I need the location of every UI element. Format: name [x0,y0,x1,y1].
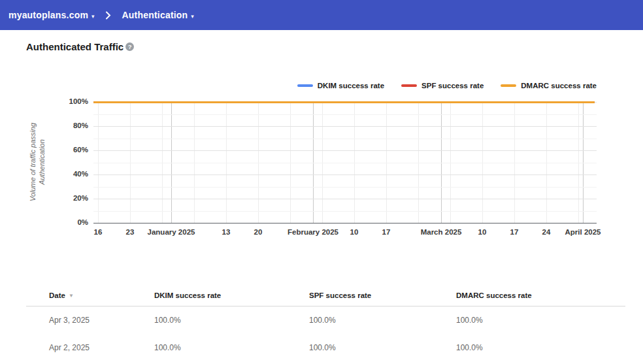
x-axis-tick-label: 24 [542,228,551,236]
x-axis-tick-label: January 2025 [148,228,195,236]
caret-down-icon: ▾ [191,13,194,20]
page-title-row: Authenticated Traffic ? [26,41,134,52]
column-header-label: DKIM success rate [154,291,221,299]
column-header-spf[interactable]: SPF success rate [309,291,456,299]
table-row: Apr 3, 2025100.0%100.0%100.0% [26,306,625,334]
x-axis-tick-label: 16 [94,228,103,236]
x-axis-tick-label: 13 [222,228,231,236]
column-header-date[interactable]: Date ▼ [49,291,154,299]
minor-gridline [93,163,597,163]
major-gridline [93,150,597,151]
x-axis-tick-label: 17 [510,228,519,236]
page-selector-label: Authentication [122,10,188,20]
legend-line-swatch-icon [501,84,516,87]
cell-spf-rate: 100.0% [309,316,456,325]
major-gridline [93,174,597,175]
x-axis-tick-label: April 2025 [565,228,601,236]
x-axis-tick-label: 23 [126,228,135,236]
y-axis-tick-label: 20% [73,194,88,202]
column-header-label: Date [49,291,65,299]
minor-gridline [93,211,597,212]
cell-dkim-rate: 100.0% [154,316,309,325]
legend-item: DMARC success rate [501,82,597,90]
legend-item: DKIM success rate [297,82,384,90]
y-axis-labels: 0%20%40%60%80%100% [59,102,88,223]
x-axis-labels: 1623January 20251320February 20251017Mar… [93,228,603,237]
legend-label: SPF success rate [421,82,484,90]
app-header: myautoplans.com ▾ Authentication ▾ [0,0,643,30]
page-selector[interactable]: Authentication ▾ [122,10,194,20]
column-header-dmarc[interactable]: DMARC success rate [456,291,625,299]
cell-date: Apr 2, 2025 [49,343,154,352]
minor-gridline [93,139,597,139]
y-axis-tick-label: 0% [77,218,88,226]
legend-item: SPF success rate [401,82,484,90]
caret-down-icon: ▾ [91,13,95,20]
series-line-dmarc [93,101,595,103]
cell-dmarc-rate: 100.0% [456,316,625,325]
y-axis-tick-label: 100% [69,97,88,105]
y-axis-title-line2: Authentication [37,107,46,218]
legend-label: DMARC success rate [521,82,597,90]
x-axis-tick-label: 20 [254,228,263,236]
postmaster-dashboard: myautoplans.com ▾ Authentication ▾ Authe… [0,0,643,364]
chart-plot-area [93,102,597,223]
y-axis-title: Volume of traffic passing Authentication [28,107,46,218]
table-body: Apr 3, 2025100.0%100.0%100.0%Apr 2, 2025… [26,306,625,361]
minor-gridline [93,114,597,115]
page-title: Authenticated Traffic [26,41,124,52]
sort-descending-icon: ▼ [69,293,74,299]
table-header-row: Date ▼ DKIM success rate SPF success rat… [26,285,625,306]
major-gridline [93,126,597,127]
x-axis-tick-label: 10 [478,228,487,236]
x-axis-tick-label: 17 [382,228,391,236]
legend-line-swatch-icon [401,84,417,87]
column-header-label: DMARC success rate [456,291,532,299]
chevron-right-icon [105,11,111,20]
y-axis-tick-label: 80% [73,122,88,129]
x-axis-tick-label: February 2025 [288,228,338,236]
help-icon[interactable]: ? [125,42,134,51]
legend-line-swatch-icon [297,84,313,87]
cell-dmarc-rate: 100.0% [456,343,625,352]
auth-rates-table: Date ▼ DKIM success rate SPF success rat… [26,285,625,361]
y-axis-tick-label: 60% [73,146,88,154]
x-axis-tick-label: March 2025 [421,228,462,236]
x-axis-tick-label: 10 [350,228,359,236]
column-header-label: SPF success rate [309,291,371,299]
cell-dkim-rate: 100.0% [154,343,309,352]
y-axis-title-line1: Volume of traffic passing [28,107,37,218]
y-axis-tick-label: 40% [73,170,88,178]
table-row: Apr 2, 2025100.0%100.0%100.0% [26,334,625,361]
major-gridline [93,199,597,199]
chart-legend: DKIM success rateSPF success rateDMARC s… [297,82,597,90]
domain-selector-label: myautoplans.com [8,10,88,20]
legend-label: DKIM success rate [318,82,384,90]
domain-selector[interactable]: myautoplans.com ▾ [8,10,95,20]
cell-spf-rate: 100.0% [309,343,456,352]
minor-gridline [93,187,597,188]
column-header-dkim[interactable]: DKIM success rate [154,291,309,299]
cell-date: Apr 3, 2025 [49,316,154,325]
